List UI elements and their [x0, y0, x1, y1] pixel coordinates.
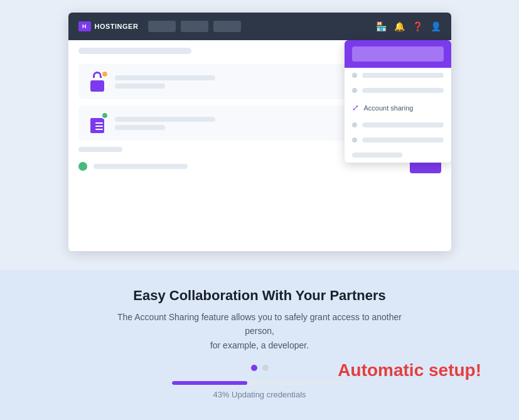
content-top-line: [78, 48, 191, 54]
dropdown-dot-1: [352, 73, 357, 78]
dot-indicator-2[interactable]: [262, 365, 269, 371]
user-icon[interactable]: 👤: [431, 21, 441, 31]
browser-window: HOSTINGER 🏪 🔔 ❓ 👤: [68, 13, 451, 251]
dot-indicator-1[interactable]: [251, 365, 257, 371]
dropdown-line-2: [362, 88, 444, 93]
row-dot: [78, 162, 87, 171]
logo-icon: [78, 21, 91, 31]
dropdown-line-4: [362, 137, 444, 143]
list-icon-line-3: [95, 129, 103, 130]
dropdown-item-4[interactable]: [345, 132, 451, 148]
dropdown-sharing-item[interactable]: ⤢ Account sharing: [345, 98, 451, 117]
lock-icon: [87, 72, 107, 92]
dropdown-menu: ⤢ Account sharing: [345, 40, 451, 163]
dropdown-search-input[interactable]: [352, 46, 444, 62]
main-title: Easy Collaboration With Your Partners: [133, 288, 385, 304]
navbar-icons: 🏪 🔔 ❓ 👤: [376, 21, 441, 31]
nav-pill-1: [148, 21, 176, 32]
dropdown-item-1[interactable]: [345, 68, 451, 83]
dropdown-footer: [345, 148, 451, 163]
main-subtitle: The Account Sharing feature allows you t…: [103, 310, 417, 352]
list-icon-lines: [95, 122, 103, 130]
dropdown-item-2[interactable]: [345, 83, 451, 98]
list-icon: [90, 118, 104, 133]
dropdown-footer-line: [352, 153, 402, 158]
nav-pill-2: [181, 21, 208, 32]
screenshot-frame: HOSTINGER 🏪 🔔 ❓ 👤: [0, 0, 519, 270]
row-line: [94, 164, 188, 169]
navbar-nav: [148, 21, 241, 32]
dropdown-dot-4: [352, 137, 357, 143]
list-icon-container: [87, 113, 107, 133]
progress-bar-fill: [172, 381, 247, 385]
dropdown-search: [345, 40, 451, 68]
dots-row: [251, 365, 269, 371]
lock-body: [90, 80, 104, 92]
bottom-section: Easy Collaboration With Your Partners Th…: [0, 270, 519, 420]
lock-shackle: [93, 72, 102, 78]
card-line-lg-2: [115, 117, 215, 122]
subtitle-line1: The Account Sharing feature allows you t…: [117, 312, 402, 336]
progress-bar-container: [172, 381, 348, 385]
store-icon[interactable]: 🏪: [376, 21, 387, 31]
auto-setup-text: Automatic setup!: [338, 360, 481, 380]
progress-section: 43% Updating credentials: [13, 381, 506, 399]
bottom-line: [78, 147, 122, 152]
card-line-sm-1: [115, 83, 165, 89]
subtitle-line2: for example, a developer.: [210, 340, 309, 350]
bell-icon[interactable]: 🔔: [394, 21, 405, 31]
logo-text: HOSTINGER: [95, 23, 139, 30]
list-icon-line-2: [95, 126, 103, 127]
dropdown-dot-3: [352, 122, 357, 127]
dropdown-line-1: [362, 73, 444, 78]
navbar: HOSTINGER 🏪 🔔 ❓ 👤: [68, 13, 451, 40]
card-line-sm-2: [115, 125, 165, 130]
list-badge: [101, 112, 109, 119]
dropdown-dot-2: [352, 88, 357, 93]
dropdown-line-3: [362, 122, 444, 127]
card-line-lg-1: [115, 75, 215, 80]
bottom-wrapper: 43% Updating credentials Automatic setup…: [13, 365, 506, 399]
navbar-logo: HOSTINGER: [78, 21, 139, 31]
progress-text: 43% Updating credentials: [213, 390, 306, 399]
help-icon[interactable]: ❓: [412, 21, 423, 31]
dropdown-sharing-text: Account sharing: [364, 104, 414, 112]
share-icon: ⤢: [352, 103, 359, 112]
nav-pill-3: [213, 21, 241, 32]
list-icon-line-1: [95, 122, 103, 124]
dropdown-item-3[interactable]: [345, 117, 451, 132]
lock-badge: [101, 70, 109, 78]
